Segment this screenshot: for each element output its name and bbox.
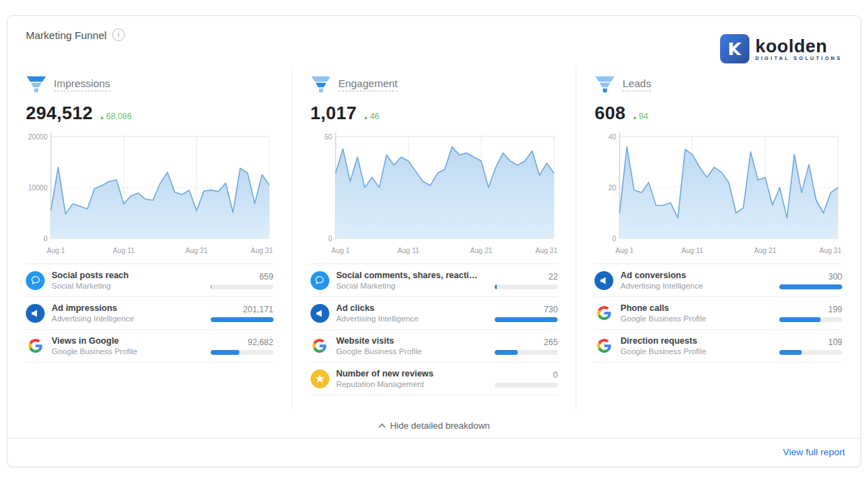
footer-row: View full report	[8, 439, 860, 466]
svg-text:Aug 1: Aug 1	[47, 247, 66, 254]
metric-source: Reputation Management	[336, 380, 481, 388]
metric-value: 92,682	[204, 337, 274, 347]
progress-bar	[779, 284, 842, 289]
stage-label-leads[interactable]: Leads	[622, 77, 651, 91]
hide-breakdown-link[interactable]: Hide detailed breakdown	[378, 420, 490, 431]
advertising-intelligence-icon	[310, 304, 329, 323]
google-icon	[26, 337, 45, 356]
impressions-area-chart[interactable]: 01000020000Aug 1Aug 11Aug 21Aug 31	[26, 128, 274, 259]
breakdown-row[interactable]: Social comments, shares, reactions Socia…	[310, 264, 558, 296]
breakdown-row[interactable]: Ad conversions Advertising Intelligence …	[594, 264, 842, 296]
google-icon	[594, 337, 613, 356]
delta-up-icon: ▲	[363, 114, 368, 121]
logo-tagline: DIGITAL SOLUTIONS	[755, 56, 842, 61]
breakdown-row[interactable]: Ad impressions Advertising Intelligence …	[26, 296, 274, 329]
delta-up-icon: ▲	[632, 114, 638, 121]
card-header: Marketing Funnel i koolden DIGITAL SOLUT…	[8, 16, 860, 63]
progress-bar	[779, 350, 842, 355]
svg-text:0: 0	[43, 235, 47, 243]
breakdown-row[interactable]: Direction requests Google Business Profi…	[594, 329, 842, 362]
metric-source: Advertising Intelligence	[336, 314, 481, 323]
advertising-intelligence-icon	[594, 271, 613, 290]
metric-value: 730	[488, 305, 558, 314]
svg-text:10000: 10000	[28, 184, 47, 192]
metric-label: Ad clicks	[336, 303, 481, 313]
column-leads: Leads 608 ▲94 02040Aug 1Aug 11Aug 21Aug …	[576, 66, 860, 410]
engagement-total: 1,017	[310, 102, 357, 124]
metric-source: Google Business Profile	[620, 347, 765, 356]
stage-label-engagement[interactable]: Engagement	[338, 77, 398, 91]
funnel-stage-bottom-icon	[594, 76, 615, 93]
svg-text:0: 0	[613, 235, 617, 243]
google-icon	[310, 337, 329, 356]
metric-value: 199	[772, 305, 842, 314]
metric-label: Views in Google	[52, 336, 197, 346]
metric-source: Google Business Profile	[620, 314, 765, 323]
view-full-report-link[interactable]: View full report	[783, 447, 845, 457]
svg-text:Aug 31: Aug 31	[250, 247, 273, 254]
svg-text:0: 0	[328, 235, 332, 243]
funnel-stage-middle-icon	[310, 76, 331, 93]
svg-text:Aug 31: Aug 31	[535, 247, 558, 254]
metric-label: Social posts reach	[52, 270, 197, 280]
metric-label: Direction requests	[620, 336, 765, 346]
column-engagement: Engagement 1,017 ▲46 050Aug 1Aug 11Aug 2…	[292, 66, 576, 410]
metric-label: Phone calls	[620, 303, 765, 313]
metric-source: Google Business Profile	[52, 347, 197, 356]
marketing-funnel-card: Marketing Funnel i koolden DIGITAL SOLUT…	[7, 15, 861, 467]
svg-text:Aug 21: Aug 21	[186, 247, 208, 254]
engagement-breakdown-list: Social comments, shares, reactions Socia…	[310, 264, 558, 395]
svg-text:Aug 11: Aug 11	[113, 247, 135, 254]
metric-label: Ad conversions	[620, 270, 765, 280]
metric-source: Social Marketing	[336, 282, 481, 290]
info-icon[interactable]: i	[112, 29, 125, 41]
breakdown-row[interactable]: Website visits Google Business Profile 2…	[310, 329, 558, 362]
metric-label: Website visits	[336, 336, 481, 346]
logo-name: koolden	[755, 38, 842, 54]
stage-label-impressions[interactable]: Impressions	[54, 77, 110, 91]
metric-label: Number of new reviews	[336, 369, 481, 379]
engagement-delta: ▲46	[363, 112, 379, 121]
leads-total: 608	[594, 102, 625, 124]
breakdown-row[interactable]: Social posts reach Social Marketing 659	[26, 264, 274, 296]
breakdown-row[interactable]: Ad clicks Advertising Intelligence 730	[310, 296, 558, 329]
metric-label: Social comments, shares, reactions	[336, 270, 481, 280]
metric-value: 300	[772, 272, 842, 282]
collapse-row: Hide detailed breakdown	[8, 410, 860, 438]
metric-value: 22	[488, 272, 558, 282]
metric-value: 265	[488, 337, 558, 347]
progress-bar	[211, 317, 274, 322]
progress-bar	[211, 284, 274, 289]
impressions-delta: ▲68,086	[99, 112, 132, 121]
breakdown-row[interactable]: Views in Google Google Business Profile …	[26, 329, 274, 362]
delta-up-icon: ▲	[99, 114, 105, 121]
svg-text:Aug 1: Aug 1	[331, 247, 350, 254]
svg-text:Aug 11: Aug 11	[682, 247, 703, 254]
metric-source: Advertising Intelligence	[620, 282, 765, 290]
impressions-total: 294,512	[26, 102, 93, 124]
svg-text:20: 20	[608, 184, 617, 192]
metric-label: Ad impressions	[52, 303, 197, 313]
breakdown-row[interactable]: Number of new reviews Reputation Managem…	[310, 362, 558, 395]
leads-area-chart[interactable]: 02040Aug 1Aug 11Aug 21Aug 31	[594, 128, 842, 259]
metric-source: Social Marketing	[52, 282, 197, 290]
funnel-stage-top-icon	[26, 76, 47, 93]
funnel-columns: Impressions 294,512 ▲68,086 01000020000A…	[8, 66, 860, 410]
google-icon	[594, 304, 613, 323]
progress-bar	[495, 284, 558, 289]
svg-text:Aug 21: Aug 21	[470, 247, 492, 254]
svg-text:Aug 21: Aug 21	[754, 247, 777, 254]
metric-value: 659	[204, 272, 274, 282]
reputation-management-star-icon	[310, 369, 329, 388]
svg-text:40: 40	[608, 133, 617, 141]
chevron-up-icon	[378, 423, 386, 428]
leads-breakdown-list: Ad conversions Advertising Intelligence …	[594, 264, 842, 363]
logo-mark-icon	[720, 34, 749, 63]
page-title: Marketing Funnel	[26, 29, 107, 41]
progress-bar	[495, 317, 558, 322]
metric-value: 0	[488, 370, 558, 380]
engagement-area-chart[interactable]: 050Aug 1Aug 11Aug 21Aug 31	[310, 128, 558, 259]
metric-value: 201,171	[204, 305, 274, 314]
breakdown-row[interactable]: Phone calls Google Business Profile 199	[594, 296, 842, 329]
svg-text:Aug 1: Aug 1	[615, 247, 634, 254]
